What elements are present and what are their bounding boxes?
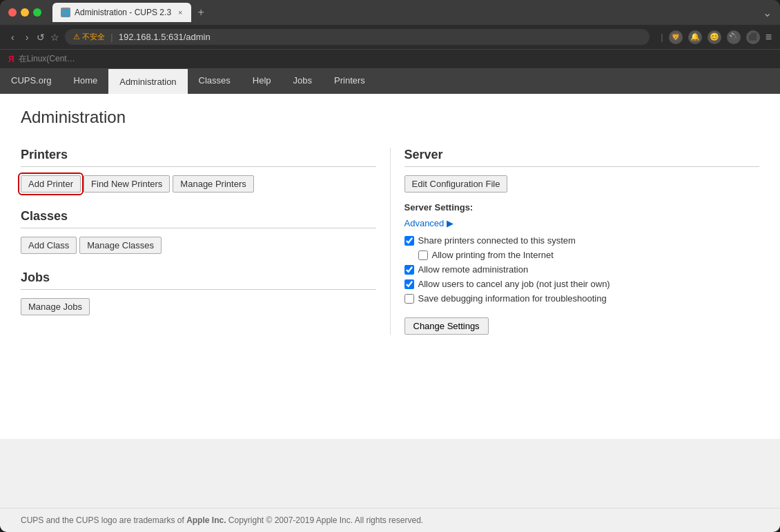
sidebar-icon[interactable]: ⬛ xyxy=(746,30,760,44)
edit-config-container: Edit Configuration File xyxy=(404,175,760,193)
nav-cups-org[interactable]: CUPS.org xyxy=(0,69,63,94)
manage-classes-button[interactable]: Manage Classes xyxy=(79,237,162,254)
security-text: 不安全 xyxy=(82,32,105,42)
address-bar: ‹ › ↺ ☆ ⚠ 不安全 | 192.168.1.5:631/admin | … xyxy=(0,25,780,50)
left-column: Printers Add Printer Find New Printers M… xyxy=(21,148,391,335)
checkbox-share-printers: Share printers connected to this system xyxy=(404,235,760,246)
back-button[interactable]: ‹ xyxy=(8,30,17,44)
checkbox-allow-remote: Allow remote administration xyxy=(404,264,760,275)
footer-brand: Apple Inc. xyxy=(186,515,226,525)
title-bar: 🌐 Administration - CUPS 2.3 × + ⌄ xyxy=(0,0,780,25)
close-window-button[interactable] xyxy=(8,8,17,17)
nav-home[interactable]: Home xyxy=(63,69,109,94)
checkbox-allow-internet-input[interactable] xyxy=(418,250,428,260)
two-column-layout: Printers Add Printer Find New Printers M… xyxy=(21,148,759,335)
tab-title: Administration - CUPS 2.3 xyxy=(75,8,171,17)
footer-text-after: Copyright © 2007-2019 Apple Inc. All rig… xyxy=(226,515,423,525)
maximize-window-button[interactable] xyxy=(33,8,41,17)
nav-administration[interactable]: Administration xyxy=(108,69,187,94)
footer-text-before: CUPS and the CUPS logo are trademarks of xyxy=(21,515,186,525)
footer: CUPS and the CUPS logo are trademarks of… xyxy=(0,508,780,532)
manage-printers-button[interactable]: Manage Printers xyxy=(173,175,253,193)
address-input[interactable]: ⚠ 不安全 | 192.168.1.5:631/admin xyxy=(65,29,650,45)
server-settings-label: Server Settings: xyxy=(404,202,760,213)
forward-button[interactable]: › xyxy=(23,30,32,44)
printers-section-title: Printers xyxy=(21,148,376,167)
nav-help[interactable]: Help xyxy=(242,69,282,94)
printers-button-group: Add Printer Find New Printers Manage Pri… xyxy=(21,175,376,193)
yandex-icon: Я xyxy=(8,55,14,64)
classes-section-title: Classes xyxy=(21,209,376,228)
content-inner: Administration Printers Add Printer Find… xyxy=(0,94,780,439)
server-section-title: Server xyxy=(404,148,760,167)
refresh-button[interactable]: ↺ xyxy=(37,32,45,43)
advanced-arrow-icon: ▶ xyxy=(447,218,454,228)
extensions-icon[interactable]: 🔌 xyxy=(727,30,741,44)
manage-jobs-button[interactable]: Manage Jobs xyxy=(21,298,90,315)
checkbox-cancel-any-job: Allow users to cancel any job (not just … xyxy=(404,279,760,289)
warning-icon: ⚠ xyxy=(73,32,80,41)
browser-menu-button[interactable]: ≡ xyxy=(766,31,772,43)
classes-button-group: Add Class Manage Classes xyxy=(21,237,376,254)
checkbox-share-printers-label: Share printers connected to this system xyxy=(418,235,576,246)
add-class-button[interactable]: Add Class xyxy=(21,237,77,254)
brave-icon[interactable]: 🦁 xyxy=(669,30,683,44)
tab-close-button[interactable]: × xyxy=(178,8,182,17)
traffic-lights xyxy=(8,8,41,17)
bookmark-button[interactable]: ☆ xyxy=(50,32,59,43)
jobs-button-group: Manage Jobs xyxy=(21,298,376,315)
checkbox-save-debugging: Save debugging information for troublesh… xyxy=(404,293,760,304)
window-menu-button[interactable]: ⌄ xyxy=(763,6,772,19)
user-icon[interactable]: 😊 xyxy=(708,30,721,44)
minimize-window-button[interactable] xyxy=(21,8,29,17)
nav-classes[interactable]: Classes xyxy=(188,69,242,94)
divider: | xyxy=(110,32,113,42)
checkbox-allow-remote-label: Allow remote administration xyxy=(418,264,529,275)
security-warning: ⚠ 不安全 xyxy=(73,32,105,42)
checkbox-save-debugging-input[interactable] xyxy=(404,294,414,304)
checkbox-allow-remote-input[interactable] xyxy=(404,265,414,275)
find-new-printers-button[interactable]: Find New Printers xyxy=(84,175,170,193)
advanced-label: Advanced xyxy=(404,218,445,228)
extensions-area: | 🦁 🔔 😊 🔌 ⬛ ≡ xyxy=(661,30,772,44)
cups-nav: CUPS.org Home Administration Classes Hel… xyxy=(0,69,780,94)
checkbox-save-debugging-label: Save debugging information for troublesh… xyxy=(418,293,607,304)
edit-configuration-file-button[interactable]: Edit Configuration File xyxy=(404,175,508,193)
new-tab-button[interactable]: + xyxy=(194,5,208,20)
advanced-link[interactable]: Advanced ▶ xyxy=(404,218,760,228)
checkbox-allow-internet-label: Allow printing from the Internet xyxy=(432,250,554,260)
tab-favicon: 🌐 xyxy=(61,8,70,17)
right-column: Server Edit Configuration File Server Se… xyxy=(391,148,760,335)
tab-bar: 🌐 Administration - CUPS 2.3 × + xyxy=(52,3,757,22)
nav-jobs[interactable]: Jobs xyxy=(282,69,323,94)
change-settings-button[interactable]: Change Settings xyxy=(404,317,489,335)
yandex-bar: Я 在Linux(Cent… xyxy=(0,50,780,69)
active-tab[interactable]: 🌐 Administration - CUPS 2.3 × xyxy=(52,3,191,22)
page-title: Administration xyxy=(21,108,759,127)
checkbox-cancel-any-job-input[interactable] xyxy=(404,279,414,289)
address-text: 192.168.1.5:631/admin xyxy=(119,32,642,42)
jobs-section-title: Jobs xyxy=(21,270,376,290)
nav-printers[interactable]: Printers xyxy=(323,69,376,94)
page-content: Administration Printers Add Printer Find… xyxy=(0,94,780,508)
add-printer-button[interactable]: Add Printer xyxy=(21,175,81,193)
checkbox-share-printers-input[interactable] xyxy=(404,236,414,246)
checkbox-cancel-any-job-label: Allow users to cancel any job (not just … xyxy=(418,279,610,289)
ext-divider: | xyxy=(661,32,663,42)
notification-icon[interactable]: 🔔 xyxy=(688,30,702,44)
checkbox-allow-internet: Allow printing from the Internet xyxy=(418,250,760,260)
yandex-text: 在Linux(Cent… xyxy=(19,53,75,65)
